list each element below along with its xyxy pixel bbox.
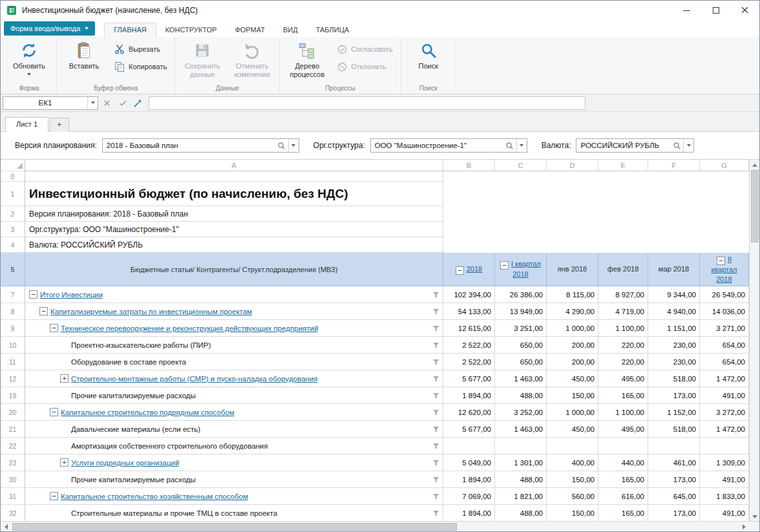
column-header-B[interactable]: B xyxy=(443,160,495,171)
cell-G30[interactable]: 491,00 xyxy=(700,471,749,488)
cell-D30[interactable]: 150,00 xyxy=(547,471,598,488)
row-header-2[interactable]: 2 xyxy=(1,206,25,222)
row-header-8[interactable]: 8 xyxy=(1,303,25,320)
cell-A22[interactable]: Амортизация собственного строительного о… xyxy=(25,438,443,454)
cell-A9[interactable]: −Техническое перевооружение и реконструк… xyxy=(25,320,443,337)
cell-F32[interactable]: 173,00 xyxy=(648,505,700,522)
period-header-G[interactable]: −II квартал 2018 xyxy=(700,253,749,286)
dropdown-button[interactable] xyxy=(288,139,299,152)
select-all-corner[interactable] xyxy=(1,160,25,171)
row-header-12[interactable]: 12 xyxy=(1,370,25,387)
row-header-23[interactable]: 23 xyxy=(1,454,25,471)
cell-G8[interactable]: 14 036,00 xyxy=(700,303,749,320)
row-header-21[interactable]: 21 xyxy=(1,421,25,438)
filter-icon[interactable] xyxy=(432,325,439,332)
collapse-icon[interactable]: − xyxy=(50,492,58,500)
cell-E21[interactable]: 495,00 xyxy=(598,421,648,438)
column-header-F[interactable]: F xyxy=(648,160,700,171)
cell-B30[interactable]: 1 894,00 xyxy=(443,471,495,488)
cell-B20[interactable]: 12 620,00 xyxy=(443,404,495,421)
cell-E32[interactable]: 165,00 xyxy=(598,505,648,522)
period-header-F[interactable]: мар 2018 xyxy=(648,253,700,286)
cell-C12[interactable]: 1 463,00 xyxy=(495,370,547,387)
cell-E10[interactable]: 220,00 xyxy=(598,337,648,354)
name-box[interactable]: ЕК1 xyxy=(3,96,98,110)
tab-home[interactable]: ГЛАВНАЯ xyxy=(104,23,156,37)
cell-F9[interactable]: 1 151,00 xyxy=(648,320,700,337)
confirm-entry-icon[interactable] xyxy=(116,100,129,107)
cell-B7[interactable]: 102 394,00 xyxy=(443,286,495,303)
cell-B31[interactable]: 7 069,00 xyxy=(443,488,495,505)
cell-G19[interactable]: 491,00 xyxy=(700,387,749,404)
minimize-button[interactable] xyxy=(672,1,701,20)
collapse-icon[interactable]: − xyxy=(456,266,464,275)
cell-A7[interactable]: −Итого Инвестиции xyxy=(25,286,443,303)
filter-icon[interactable] xyxy=(432,443,439,449)
row-header-0[interactable]: 0 xyxy=(1,171,25,182)
report-title-cell[interactable]: Инвестиционный бюджет (по начислению, бе… xyxy=(25,182,443,206)
cell-D8[interactable]: 4 290,00 xyxy=(547,303,598,320)
cell-B12[interactable]: 5 677,00 xyxy=(443,370,495,387)
cell-E30[interactable]: 165,00 xyxy=(598,471,648,488)
row-header-31[interactable]: 31 xyxy=(1,488,25,505)
cell-F30[interactable]: 173,00 xyxy=(648,471,700,488)
budget-item-label[interactable]: Капитализируемые затраты по инвестиционн… xyxy=(50,308,252,315)
cell-B22[interactable] xyxy=(443,438,495,454)
collapse-icon[interactable]: − xyxy=(50,408,58,416)
empty-cells-region[interactable] xyxy=(443,222,749,237)
filter-icon[interactable] xyxy=(432,460,439,466)
budget-items-header-cell[interactable]: Бюджетные статьи/ Контрагенты/ Структ.по… xyxy=(25,253,443,286)
filter-icon[interactable] xyxy=(432,359,439,365)
budget-item-label[interactable]: Капитальное строительство хозяйственным … xyxy=(61,493,248,500)
dropdown-button[interactable] xyxy=(683,139,693,152)
formula-wizard-icon[interactable] xyxy=(131,98,145,108)
paste-button[interactable]: Вставить xyxy=(60,38,108,80)
cell-D21[interactable]: 450,00 xyxy=(547,421,598,438)
row-header-1[interactable]: 1 xyxy=(1,182,25,206)
cell-C22[interactable] xyxy=(495,438,547,454)
filter-icon[interactable] xyxy=(432,493,439,500)
tab-table[interactable]: ТАБЛИЦА xyxy=(307,23,359,37)
cell-D31[interactable]: 560,00 xyxy=(547,488,598,505)
cell-A31[interactable]: −Капитальное строительство хозяйственным… xyxy=(25,488,443,505)
cut-button[interactable]: Вырезать xyxy=(110,43,171,56)
cell-F21[interactable]: 518,00 xyxy=(648,421,700,438)
cell-F22[interactable] xyxy=(648,438,700,454)
cell-G10[interactable]: 654,00 xyxy=(700,337,749,354)
cell-F7[interactable]: 9 344,00 xyxy=(648,286,700,303)
cell-A8[interactable]: −Капитализируемые затраты по инвестицион… xyxy=(25,303,443,320)
search-icon[interactable] xyxy=(503,142,516,150)
budget-item-label[interactable]: Услуги подрядных организаций xyxy=(71,459,179,467)
vertical-scrollbar[interactable] xyxy=(749,160,759,522)
expand-icon[interactable]: + xyxy=(60,458,69,467)
cell-A11[interactable]: Оборудование в составе проекта xyxy=(25,354,443,370)
filter-icon[interactable] xyxy=(432,409,439,416)
cell-B32[interactable]: 1 894,00 xyxy=(443,505,495,522)
row-header-7[interactable]: 7 xyxy=(1,286,25,303)
close-button[interactable] xyxy=(730,1,759,20)
expand-icon[interactable]: + xyxy=(60,374,69,383)
period-label[interactable]: I квартал 2018 xyxy=(511,260,541,278)
filter-icon[interactable] xyxy=(432,392,439,399)
scroll-right-button[interactable] xyxy=(739,522,749,532)
cell-G9[interactable]: 3 271,00 xyxy=(700,320,749,337)
row-header-3[interactable]: 3 xyxy=(1,222,25,237)
cell-D12[interactable]: 450,00 xyxy=(547,370,598,387)
cell-C9[interactable]: 3 251,00 xyxy=(495,320,547,337)
name-box-dropdown[interactable] xyxy=(87,97,98,109)
cell-C23[interactable]: 1 301,00 xyxy=(495,454,547,471)
cell-G7[interactable]: 26 549,00 xyxy=(700,286,749,303)
cell-A30[interactable]: Прочие капитализируемые расходы xyxy=(25,471,443,488)
cell-D11[interactable]: 200,00 xyxy=(547,354,598,370)
column-header-C[interactable]: C xyxy=(495,160,547,171)
cell-E22[interactable] xyxy=(598,438,648,454)
cell-G32[interactable]: 491,00 xyxy=(700,505,749,522)
row-header-20[interactable]: 20 xyxy=(1,404,25,421)
cell-D9[interactable]: 1 000,00 xyxy=(547,320,598,337)
collapse-icon[interactable]: − xyxy=(500,261,509,270)
filter-icon[interactable] xyxy=(432,426,439,432)
cell-E9[interactable]: 1 100,00 xyxy=(598,320,648,337)
cell-E20[interactable]: 1 100,00 xyxy=(598,404,648,421)
cancel-entry-icon[interactable] xyxy=(100,100,114,107)
horizontal-scroll-thumb[interactable] xyxy=(12,523,457,531)
